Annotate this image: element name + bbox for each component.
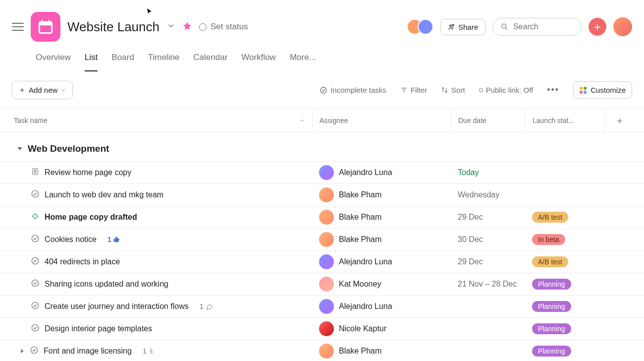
status-cell[interactable]: Planning: [525, 279, 604, 290]
tab-board[interactable]: Board: [111, 53, 134, 71]
due-date-cell[interactable]: 21 Nov – 28 Dec: [451, 280, 525, 289]
svg-rect-4: [40, 25, 52, 32]
title-dropdown-icon[interactable]: [166, 21, 175, 32]
milestone-icon[interactable]: [31, 212, 40, 223]
section-header[interactable]: Web Development: [0, 132, 644, 161]
collapse-section-icon[interactable]: [17, 143, 23, 154]
column-launch-status[interactable]: Launch stat...: [525, 109, 604, 132]
add-new-button[interactable]: ＋ Add new: [12, 81, 73, 99]
due-date: 30 Dec: [458, 235, 483, 244]
plus-icon: ＋: [18, 85, 26, 95]
table-row[interactable]: 404 redirects in placeAlejandro Luna29 D…: [0, 250, 644, 273]
assignee-cell[interactable]: Kat Mooney: [312, 277, 451, 292]
task-name-cell[interactable]: Launch to web dev and mkg team: [0, 189, 312, 200]
completion-filter[interactable]: Incomplete tasks: [320, 86, 386, 94]
column-due-date[interactable]: Due date: [451, 109, 525, 132]
search-box[interactable]: [492, 18, 582, 36]
column-task-name[interactable]: Task name: [0, 117, 312, 124]
assignee-cell[interactable]: Blake Pham: [312, 344, 451, 359]
svg-point-21: [32, 302, 39, 309]
task-check-icon[interactable]: [31, 279, 40, 290]
task-check-icon[interactable]: [31, 256, 40, 267]
completion-filter-label: Incomplete tasks: [330, 86, 386, 94]
status-badge: Planning: [532, 301, 571, 312]
task-check-icon[interactable]: [31, 189, 40, 200]
table-row[interactable]: Create user journey and interaction flow…: [0, 295, 644, 317]
status-cell[interactable]: Planning: [525, 301, 604, 312]
due-date-cell[interactable]: 29 Dec: [451, 213, 525, 222]
status-cell[interactable]: A/B test: [525, 212, 604, 223]
hamburger-menu[interactable]: [12, 21, 24, 33]
comment-count[interactable]: 1: [200, 302, 213, 310]
status-cell[interactable]: A/B test: [525, 256, 604, 267]
due-date-cell[interactable]: Wednesday: [451, 190, 525, 199]
assignee-cell[interactable]: Alejandro Luna: [312, 165, 451, 180]
status-cell[interactable]: In beta: [525, 234, 604, 245]
due-date-cell[interactable]: 30 Dec: [451, 235, 525, 244]
table-row[interactable]: Design interior page templatesNicole Kap…: [0, 317, 644, 340]
assignee-cell[interactable]: Nicole Kaptur: [312, 321, 451, 336]
assignee-name: Blake Pham: [339, 347, 381, 356]
task-name-cell[interactable]: Create user journey and interaction flow…: [0, 301, 312, 312]
customize-button[interactable]: Customize: [573, 81, 632, 99]
status-cell[interactable]: Planning: [525, 323, 604, 334]
subtask-count[interactable]: 1: [143, 347, 156, 355]
task-name-cell[interactable]: Font and image licensing1: [0, 346, 312, 357]
task-name-cell[interactable]: Home page copy drafted: [0, 212, 312, 223]
table-row[interactable]: Sharing icons updated and workingKat Moo…: [0, 273, 644, 295]
svg-line-9: [505, 28, 507, 30]
due-date: Today: [458, 168, 479, 177]
public-link-toggle[interactable]: Public link: Off: [479, 86, 534, 94]
assignee-cell[interactable]: Alejandro Luna: [312, 299, 451, 314]
tab-more[interactable]: More...: [290, 53, 316, 71]
add-column-button[interactable]: ＋: [604, 109, 634, 132]
set-status-button[interactable]: Set status: [199, 22, 248, 32]
assignee-cell[interactable]: Blake Pham: [312, 187, 451, 202]
global-add-button[interactable]: ＋: [589, 18, 606, 36]
assignee-cell[interactable]: Alejandro Luna: [312, 254, 451, 269]
avatar: [418, 19, 433, 35]
more-options-button[interactable]: •••: [547, 85, 559, 95]
table-row[interactable]: Launch to web dev and mkg teamBlake Pham…: [0, 183, 644, 206]
tab-timeline[interactable]: Timeline: [148, 53, 180, 71]
task-name-cell[interactable]: 404 redirects in place: [0, 256, 312, 267]
table-row[interactable]: Home page copy draftedBlake Pham29 DecA/…: [0, 206, 644, 228]
filter-button[interactable]: Filter: [400, 86, 427, 94]
assignee-cell[interactable]: Blake Pham: [312, 232, 451, 247]
sort-button[interactable]: Sort: [441, 86, 465, 94]
task-name: Review home page copy: [45, 168, 131, 177]
due-date-cell[interactable]: 29 Dec: [451, 257, 525, 266]
tab-calendar[interactable]: Calendar: [193, 53, 227, 71]
task-name-cell[interactable]: Cookies notice1: [0, 234, 312, 245]
tab-workflow[interactable]: Workflow: [241, 53, 276, 71]
table-row[interactable]: Cookies notice1Blake Pham30 DecIn beta: [0, 228, 644, 250]
task-name: Home page copy drafted: [45, 213, 137, 222]
expand-arrow-icon[interactable]: [20, 347, 25, 356]
due-date: 29 Dec: [458, 257, 483, 266]
member-avatars[interactable]: [407, 19, 433, 35]
column-assignee[interactable]: Assignee: [312, 109, 451, 132]
task-name-cell[interactable]: Review home page copy: [0, 167, 312, 178]
tab-list[interactable]: List: [85, 53, 98, 71]
share-button[interactable]: Share: [440, 19, 485, 35]
task-name-cell[interactable]: Design interior page templates: [0, 323, 312, 334]
task-check-icon[interactable]: [31, 301, 40, 312]
tab-overview[interactable]: Overview: [36, 53, 71, 71]
assignee-name: Alejandro Luna: [339, 302, 392, 311]
due-date: 21 Nov – 28 Dec: [458, 280, 517, 289]
profile-avatar[interactable]: [613, 17, 632, 36]
task-check-icon[interactable]: [30, 346, 39, 357]
favorite-star-icon[interactable]: [182, 21, 192, 33]
task-check-icon[interactable]: [31, 323, 40, 334]
table-row[interactable]: Review home page copyAlejandro LunaToday: [0, 161, 644, 183]
status-cell[interactable]: Planning: [525, 346, 604, 357]
assignee-avatar: [319, 254, 334, 269]
assignee-cell[interactable]: Blake Pham: [312, 210, 451, 225]
task-name-cell[interactable]: Sharing icons updated and working: [0, 279, 312, 290]
task-check-icon[interactable]: [31, 234, 40, 245]
search-input[interactable]: [513, 22, 573, 31]
table-row[interactable]: Font and image licensing1Blake PhamPlann…: [0, 340, 644, 361]
approval-icon[interactable]: [31, 167, 40, 178]
like-count[interactable]: 1: [107, 236, 120, 243]
due-date-cell[interactable]: Today: [451, 168, 525, 177]
